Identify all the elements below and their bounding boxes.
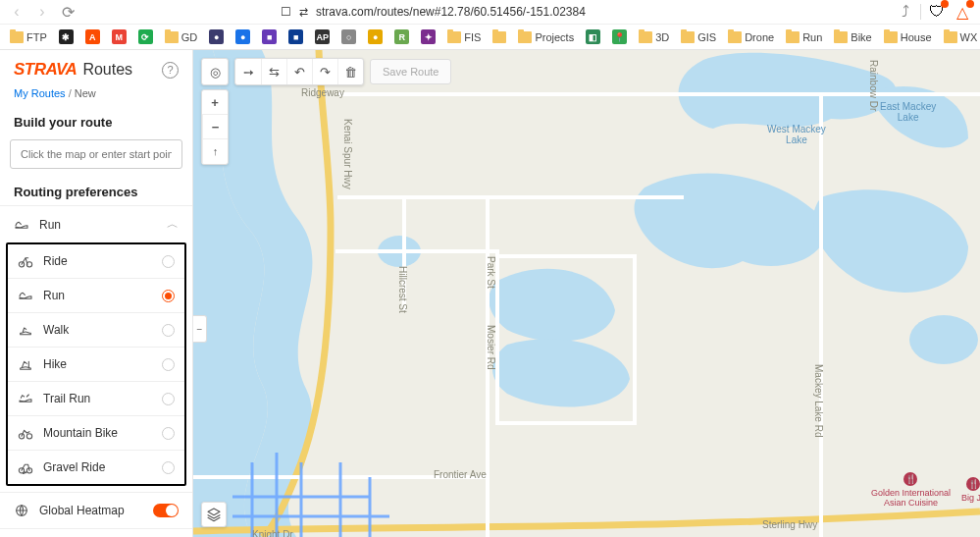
- favicon: ■: [262, 29, 277, 44]
- sidebar: STRAVA Routes ? My Routes / New Build yo…: [0, 50, 193, 537]
- favicon: ●: [368, 29, 383, 44]
- folder-icon: [944, 31, 957, 43]
- radio-button[interactable]: [162, 427, 175, 440]
- radio-button[interactable]: [162, 393, 175, 405]
- bookmark-item[interactable]: FTP: [6, 29, 51, 45]
- bookmark-item[interactable]: 📍: [608, 27, 631, 46]
- activity-option-gravel-ride[interactable]: Gravel Ride: [8, 450, 184, 484]
- radio-button[interactable]: [162, 324, 175, 337]
- folder-icon: [681, 31, 695, 43]
- radio-button[interactable]: [162, 255, 175, 268]
- activity-option-ride[interactable]: Ride: [8, 244, 184, 278]
- shoe-icon: [14, 217, 29, 233]
- global-heatmap-row: Global Heatmap: [0, 492, 192, 528]
- routing-prefs-title: Routing preferences: [0, 179, 192, 205]
- zoom-controls: + − ↑: [201, 89, 229, 165]
- activity-type-selector[interactable]: Run ︿: [0, 205, 192, 242]
- bookmark-item[interactable]: ✱: [55, 27, 77, 46]
- reverse-button[interactable]: ⇆: [261, 59, 286, 84]
- map[interactable]: Ridgeway Kenai Spur Hwy Hillcrest St Par…: [193, 50, 980, 537]
- radio-button[interactable]: [162, 461, 175, 474]
- personal-heatmap-row: Personal Heatmap: [0, 528, 192, 537]
- save-route-button[interactable]: Save Route: [370, 59, 451, 84]
- bookmark-item[interactable]: [489, 29, 510, 45]
- selected-activity-label: Run: [39, 218, 61, 232]
- global-heatmap-toggle[interactable]: [153, 504, 179, 517]
- undo-button[interactable]: ↶: [286, 59, 312, 84]
- bookmark-item[interactable]: ●: [205, 27, 228, 46]
- page-title: Routes: [82, 61, 132, 79]
- favicon: ○: [341, 29, 356, 44]
- activity-option-run[interactable]: Run: [8, 278, 184, 312]
- bookmark-item[interactable]: GIS: [677, 29, 720, 45]
- bookmark-item[interactable]: 3D: [635, 29, 673, 45]
- favicon: R: [394, 29, 409, 44]
- share-icon[interactable]: ⤴: [897, 3, 914, 21]
- radio-button[interactable]: [162, 290, 175, 302]
- bookmark-item[interactable]: House: [880, 29, 936, 45]
- bookmark-item[interactable]: ■: [284, 27, 307, 46]
- collapse-sidebar-button[interactable]: −: [193, 315, 207, 343]
- trail-icon: [18, 391, 33, 406]
- help-icon[interactable]: ?: [162, 62, 179, 79]
- bookmark-item[interactable]: Drone: [724, 29, 778, 45]
- svg-point-3: [26, 434, 31, 439]
- layers-button[interactable]: [201, 502, 227, 527]
- bookmark-item[interactable]: R: [390, 27, 413, 46]
- favicon: ●: [235, 29, 250, 44]
- radio-button[interactable]: [162, 358, 175, 371]
- activity-option-trail-run[interactable]: Trail Run: [8, 381, 184, 415]
- bookmark-item[interactable]: Projects: [514, 29, 578, 45]
- activity-option-walk[interactable]: Walk: [8, 312, 184, 347]
- north-button[interactable]: ↑: [202, 139, 228, 164]
- favicon: ⟳: [138, 29, 153, 44]
- site-settings-icon[interactable]: ⇄: [299, 6, 308, 19]
- bookmark-item[interactable]: GD: [161, 29, 202, 45]
- gravel-icon: [18, 459, 33, 475]
- bookmark-item[interactable]: ◧: [582, 27, 604, 46]
- forward-button[interactable]: ›: [33, 3, 51, 21]
- svg-point-14: [909, 315, 978, 364]
- build-route-title: Build your route: [0, 109, 192, 135]
- zoom-in-button[interactable]: +: [202, 90, 228, 115]
- svg-point-7: [23, 472, 24, 473]
- map-canvas[interactable]: [193, 50, 980, 537]
- bookmark-item[interactable]: ✦: [417, 27, 439, 46]
- bookmark-item[interactable]: ●: [232, 27, 254, 46]
- url-bar[interactable]: ☐ ⇄ strava.com/routes/new#12.78/60.51456…: [84, 5, 889, 19]
- bookmark-item[interactable]: ■: [258, 27, 281, 46]
- breadcrumb-current: New: [75, 87, 96, 99]
- bookmark-item[interactable]: ⟳: [134, 27, 157, 46]
- folder-icon: [447, 31, 461, 43]
- bookmark-item[interactable]: ○: [337, 27, 360, 46]
- bookmark-item[interactable]: ●: [364, 27, 387, 46]
- redo-button[interactable]: ↷: [312, 59, 337, 84]
- bookmark-item[interactable]: Run: [782, 29, 826, 45]
- bookmark-icon[interactable]: ☐: [281, 5, 291, 19]
- strava-logo[interactable]: STRAVA: [14, 60, 77, 80]
- mtb-icon: [18, 425, 33, 441]
- bookmark-item[interactable]: FIS: [443, 29, 485, 45]
- activity-option-hike[interactable]: Hike: [8, 347, 184, 381]
- route-mode-button[interactable]: ➙: [235, 59, 261, 84]
- extension-icon-2[interactable]: △: [953, 2, 972, 22]
- zoom-out-button[interactable]: −: [202, 115, 228, 139]
- url-text: strava.com/routes/new#12.78/60.51456/-15…: [316, 5, 586, 19]
- back-button[interactable]: ‹: [8, 3, 26, 21]
- bookmark-item[interactable]: Bike: [830, 29, 875, 45]
- reload-button[interactable]: ⟳: [59, 3, 77, 21]
- start-point-input[interactable]: [10, 139, 182, 169]
- locate-button[interactable]: ◎: [202, 59, 228, 84]
- extension-icon-1[interactable]: 🛡: [927, 2, 947, 22]
- bookmark-item[interactable]: WX + Avy: [940, 29, 980, 45]
- breadcrumb-my-routes[interactable]: My Routes: [14, 87, 66, 99]
- bookmark-item[interactable]: A: [81, 27, 104, 46]
- bookmarks-bar: FTP✱AM⟳GD●●■■AP○●R✦FISProjects◧📍3DGISDro…: [0, 25, 980, 50]
- folder-icon: [884, 31, 898, 43]
- chevron-up-icon: ︿: [167, 216, 179, 233]
- bookmark-item[interactable]: M: [108, 27, 130, 46]
- activity-option-mountain-bike[interactable]: Mountain Bike: [8, 415, 184, 450]
- delete-button[interactable]: 🗑: [337, 59, 363, 84]
- favicon: ■: [288, 29, 303, 44]
- bookmark-item[interactable]: AP: [311, 27, 334, 46]
